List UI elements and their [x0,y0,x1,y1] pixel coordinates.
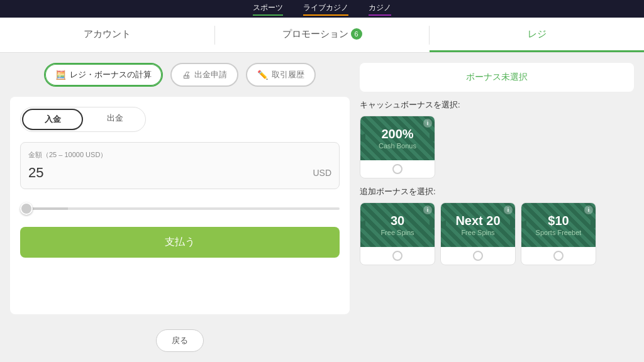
cash-bonus-cards: i 200% Cash Bonus [360,116,634,178]
top-nav: スポーツ ライブカジノ カジノ [0,0,644,18]
extra-bonus-sub-text-0: Free Spins [380,229,414,236]
cashier-label: レジ [528,28,547,40]
amount-input-row: USD [28,165,331,181]
cash-bonus-sub-text-0: Cash Bonus [379,142,416,150]
back-button-container: 戻る [10,329,350,352]
main-nav-promotions[interactable]: プロモーション 6 [215,18,430,52]
extra-bonus-cards: i 30 Free Spins i Next 20 Free Spins [360,202,634,265]
slider-container [20,199,340,214]
transaction-history-button[interactable]: ✏️ 取引履歴 [246,63,316,87]
cash-bonus-label: キャッシュボーナスを選択: [360,99,634,111]
extra-bonus-main-text-1: Next 20 [455,214,500,228]
top-nav-casino[interactable]: カジノ [369,3,391,16]
withdrawal-button[interactable]: 🖨 出金申請 [170,63,238,87]
extra-bonus-footer-2 [521,247,596,265]
right-panel: ボーナス未選択 キャッシュボーナスを選択: i 200% Cash Bonus [360,63,634,352]
info-icon-extra-2[interactable]: i [584,206,593,214]
promotions-badge: 6 [351,28,362,40]
top-nav-live-casino[interactable]: ライブカジノ [303,3,348,16]
deposit-tabs: 入金 出金 [20,107,146,132]
cash-bonus-card-0[interactable]: i 200% Cash Bonus [360,116,435,178]
main-nav: アカウント プロモーション 6 レジ [0,18,644,53]
calc-label: レジ・ボーナスの計算 [70,69,152,80]
extra-bonus-section: 追加ボーナスを選択: i 30 Free Spins i Next 20 [360,186,634,265]
back-button[interactable]: 戻る [156,329,204,352]
extra-bonus-card-2[interactable]: i $10 Sports Freebet [521,202,596,265]
amount-input[interactable] [28,165,154,181]
info-icon-extra-0[interactable]: i [423,206,432,214]
cash-bonus-footer-0 [360,160,435,178]
amount-slider[interactable] [20,207,340,210]
cash-bonus-section: キャッシュボーナスを選択: i 200% Cash Bonus [360,99,634,178]
amount-label: 金額（25 – 10000 USD） [28,150,331,160]
top-nav-sports[interactable]: スポーツ [253,3,283,16]
extra-bonus-footer-1 [441,247,515,265]
withdrawal-label: 出金申請 [194,69,227,80]
history-icon: ✏️ [257,70,268,80]
cashier-calc-button[interactable]: 🧮 レジ・ボーナスの計算 [44,63,163,87]
promotions-label: プロモーション [282,28,348,40]
extra-bonus-card-inner-2: i $10 Sports Freebet [521,203,596,247]
extra-bonus-main-text-2: $10 [548,214,569,228]
extra-bonus-radio-0[interactable] [392,251,402,261]
bonus-header: ボーナス未選択 [360,63,634,92]
extra-bonus-sub-text-1: Free Spins [461,229,494,236]
history-label: 取引履歴 [272,69,304,80]
extra-bonus-card-inner-0: i 30 Free Spins [360,203,435,247]
extra-bonus-main-text-0: 30 [391,214,404,228]
info-icon-extra-1[interactable]: i [504,206,513,214]
extra-bonus-card-1[interactable]: i Next 20 Free Spins [440,202,516,265]
content-area: 🧮 レジ・ボーナスの計算 🖨 出金申請 ✏️ 取引履歴 入金 出金 金額（25 … [0,53,644,362]
pay-button[interactable]: 支払う [20,227,340,258]
amount-section: 金額（25 – 10000 USD） USD [20,142,340,189]
no-selection-label: ボーナス未選択 [466,72,528,82]
extra-bonus-radio-2[interactable] [553,251,564,261]
account-label: アカウント [84,28,131,40]
extra-bonus-card-inner-1: i Next 20 Free Spins [441,203,515,247]
extra-bonus-card-0[interactable]: i 30 Free Spins [360,202,435,265]
cash-bonus-card-inner-0: i 200% Cash Bonus [360,116,435,160]
left-panel: 🧮 レジ・ボーナスの計算 🖨 出金申請 ✏️ 取引履歴 入金 出金 金額（25 … [10,63,350,352]
cash-bonus-radio-0[interactable] [392,164,402,174]
calc-icon: 🧮 [55,70,66,80]
main-nav-account[interactable]: アカウント [0,18,214,52]
info-icon-cash-0[interactable]: i [423,119,432,128]
extra-bonus-footer-0 [360,247,435,265]
withdrawal-icon: 🖨 [182,70,191,80]
cash-bonus-main-text-0: 200% [381,127,413,141]
extra-bonus-label: 追加ボーナスを選択: [360,186,634,197]
main-nav-cashier[interactable]: レジ [430,18,644,52]
extra-bonus-radio-1[interactable] [473,251,483,261]
action-buttons: 🧮 レジ・ボーナスの計算 🖨 出金申請 ✏️ 取引履歴 [10,63,350,87]
deposit-tab[interactable]: 入金 [22,109,83,130]
withdraw-tab[interactable]: 出金 [84,107,145,131]
extra-bonus-sub-text-2: Sports Freebet [536,229,582,236]
deposit-section: 入金 出金 金額（25 – 10000 USD） USD 支払う [10,97,350,314]
currency-label: USD [313,168,331,178]
